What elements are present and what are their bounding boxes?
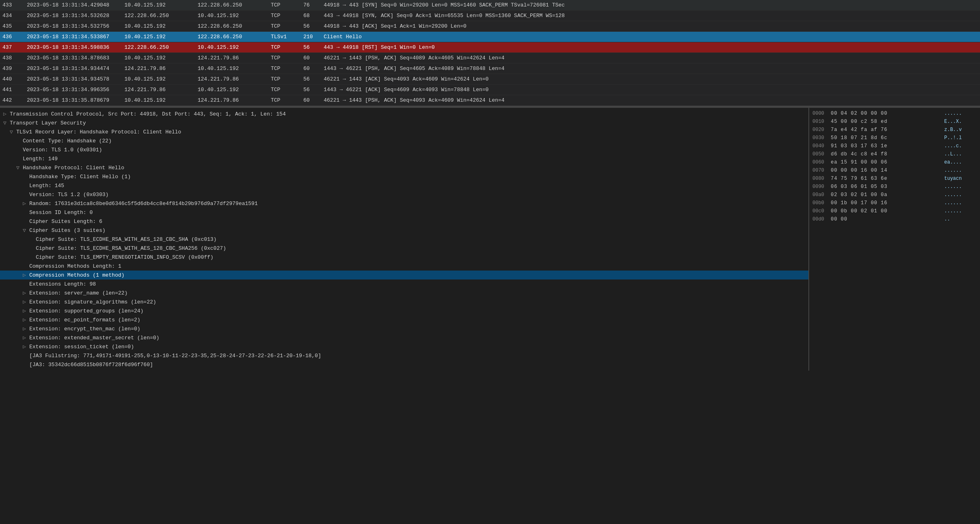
packet-row[interactable]: 440 2023-05-18 13:31:34.934578 10.40.125… — [0, 74, 980, 85]
hex-bytes: 91 03 03 17 63 1e — [831, 143, 941, 149]
detail-row[interactable]: ▷Extension: session_ticket (len=0) — [0, 342, 808, 351]
detail-row[interactable]: Version: TLS 1.2 (0x0303) — [0, 190, 808, 199]
hex-ascii: ...... — [944, 168, 977, 173]
detail-row[interactable]: Extensions Length: 98 — [0, 279, 808, 288]
expand-icon[interactable]: ▽ — [16, 164, 23, 171]
packet-row[interactable]: 442 2023-05-18 13:31:35.878679 10.40.125… — [0, 95, 980, 106]
packet-row[interactable]: 441 2023-05-18 13:31:34.996356 124.221.7… — [0, 85, 980, 95]
detail-text: Extension: supported_groups (len=24) — [29, 308, 144, 314]
packet-row[interactable]: 438 2023-05-18 13:31:34.878683 10.40.125… — [0, 53, 980, 63]
hex-ascii: ea.... — [944, 159, 977, 165]
detail-text: Length: 149 — [23, 156, 58, 162]
hex-bytes: 7a e4 42 fa af 76 — [831, 127, 941, 133]
hex-offset: 0040 — [812, 143, 831, 149]
packet-dst: 10.40.125.192 — [198, 44, 271, 50]
packet-time: 2023-05-18 13:31:34.878683 — [27, 55, 124, 61]
packet-src: 122.228.66.250 — [124, 44, 198, 50]
packet-proto: TCP — [271, 55, 303, 61]
packet-proto: TCP — [271, 87, 303, 93]
hex-ascii: ...... — [944, 192, 977, 198]
expand-icon[interactable]: ▷ — [3, 111, 10, 117]
packet-len: 56 — [303, 87, 324, 93]
detail-text: Cipher Suite: TLS_ECDHE_RSA_WITH_AES_128… — [36, 245, 226, 251]
packet-time: 2023-05-18 13:31:34.598836 — [27, 44, 124, 50]
packet-row[interactable]: 435 2023-05-18 13:31:34.532756 10.40.125… — [0, 21, 980, 32]
hex-row: 0050 d6 db 4c c8 e4 f8 ..L... — [812, 150, 977, 158]
detail-row[interactable]: Content Type: Handshake (22) — [0, 136, 808, 145]
packet-len: 60 — [303, 97, 324, 103]
packet-proto: TLSv1 — [271, 34, 303, 40]
detail-row[interactable]: ▽Cipher Suites (3 suites) — [0, 226, 808, 235]
detail-text: Extension: extended_master_secret (len=0… — [29, 335, 159, 341]
expand-icon[interactable]: ▷ — [23, 272, 29, 278]
packet-row[interactable]: 439 2023-05-18 13:31:34.934474 124.221.7… — [0, 63, 980, 74]
expand-icon[interactable]: ▷ — [23, 308, 29, 314]
expand-icon[interactable]: ▷ — [23, 343, 29, 350]
detail-row[interactable]: Compression Methods Length: 1 — [0, 262, 808, 271]
detail-row[interactable]: [JA3 Fullstring: 771,49171-49191-255,0-1… — [0, 351, 808, 360]
packet-info: 46221 → 1443 [PSH, ACK] Seq=4093 Ack=460… — [324, 97, 978, 103]
detail-row[interactable]: [JA3: 35342dc66d8515b0876f728f6d96f760] — [0, 360, 808, 369]
expand-icon[interactable]: ▷ — [23, 299, 29, 305]
detail-row[interactable]: Cipher Suite: TLS_ECDHE_RSA_WITH_AES_128… — [0, 235, 808, 244]
detail-text: Extension: signature_algorithms (len=22) — [29, 299, 156, 305]
detail-row[interactable]: ▽Handshake Protocol: Client Hello — [0, 163, 808, 172]
expand-icon[interactable]: ▷ — [23, 317, 29, 323]
expand-icon[interactable]: ▷ — [23, 325, 29, 332]
expand-icon[interactable]: ▷ — [23, 200, 29, 207]
hex-panel: 0000 00 04 02 00 00 00 ...... 0010 45 00… — [809, 108, 980, 371]
detail-row[interactable]: ▷Extension: ec_point_formats (len=2) — [0, 315, 808, 324]
packet-time: 2023-05-18 13:31:34.533867 — [27, 34, 124, 40]
packet-list: 433 2023-05-18 13:31:34.429048 10.40.125… — [0, 0, 980, 106]
detail-text: Transmission Control Protocol, Src Port:… — [10, 111, 286, 117]
expand-icon[interactable]: ▷ — [23, 290, 29, 296]
packet-no: 437 — [2, 44, 27, 50]
packet-row[interactable]: 433 2023-05-18 13:31:34.429048 10.40.125… — [0, 0, 980, 11]
detail-row[interactable]: ▷Compression Methods (1 method) — [0, 271, 808, 279]
packet-row[interactable]: 434 2023-05-18 13:31:34.532628 122.228.6… — [0, 11, 980, 21]
expand-icon[interactable]: ▽ — [10, 129, 16, 135]
detail-row[interactable]: ▷Extension: encrypt_then_mac (len=0) — [0, 324, 808, 333]
expand-icon[interactable]: ▽ — [3, 120, 10, 126]
detail-row[interactable]: ▽Transport Layer Security — [0, 118, 808, 127]
hex-row: 0070 00 00 00 16 00 14 ...... — [812, 166, 977, 175]
detail-text: [JA3 Fullstring: 771,49171-49191-255,0-1… — [29, 353, 321, 359]
detail-row[interactable]: Cipher Suite: TLS_EMPTY_RENEGOTIATION_IN… — [0, 253, 808, 262]
detail-row[interactable]: Handshake Type: Client Hello (1) — [0, 172, 808, 181]
packet-row[interactable]: 437 2023-05-18 13:31:34.598836 122.228.6… — [0, 42, 980, 53]
packet-time: 2023-05-18 13:31:34.532628 — [27, 13, 124, 19]
detail-row[interactable]: ▷Extension: server_name (len=22) — [0, 288, 808, 297]
packet-time: 2023-05-18 13:31:34.532756 — [27, 23, 124, 29]
packet-len: 60 — [303, 55, 324, 61]
detail-row[interactable]: Length: 149 — [0, 154, 808, 163]
hex-row: 00d0 00 00 .. — [812, 215, 977, 223]
detail-row[interactable]: Cipher Suites Length: 6 — [0, 217, 808, 226]
detail-row[interactable]: Session ID Length: 0 — [0, 208, 808, 217]
packet-time: 2023-05-18 13:31:34.934578 — [27, 76, 124, 82]
detail-text: Version: TLS 1.2 (0x0303) — [29, 192, 109, 198]
detail-row[interactable]: ▷Transmission Control Protocol, Src Port… — [0, 109, 808, 118]
packet-info: 46221 → 1443 [PSH, ACK] Seq=4089 Ack=460… — [324, 55, 978, 61]
hex-ascii: ...... — [944, 111, 977, 116]
packet-info: 443 → 44918 [RST] Seq=1 Win=0 Len=0 — [324, 44, 978, 50]
detail-text: Cipher Suites Length: 6 — [29, 218, 102, 225]
packet-src: 10.40.125.192 — [124, 76, 198, 82]
detail-row[interactable]: ▷Extension: signature_algorithms (len=22… — [0, 297, 808, 306]
expand-icon[interactable]: ▷ — [23, 334, 29, 341]
packet-row[interactable]: 436 2023-05-18 13:31:34.533867 10.40.125… — [0, 32, 980, 42]
expand-icon[interactable]: ▽ — [23, 227, 29, 234]
detail-row[interactable]: ▷Extension: supported_groups (len=24) — [0, 306, 808, 315]
detail-row[interactable]: ▽TLSv1 Record Layer: Handshake Protocol:… — [0, 127, 808, 136]
detail-text: Extension: ec_point_formats (len=2) — [29, 317, 140, 323]
packet-src: 10.40.125.192 — [124, 97, 198, 103]
detail-row[interactable]: Version: TLS 1.0 (0x0301) — [0, 145, 808, 154]
hex-offset: 0020 — [812, 127, 831, 133]
detail-row[interactable]: ▷Random: 17631e3d1ca8c8be0d6346c5f5d6db4… — [0, 199, 808, 208]
packet-proto: TCP — [271, 2, 303, 8]
packet-time: 2023-05-18 13:31:35.878679 — [27, 97, 124, 103]
detail-row[interactable]: Cipher Suite: TLS_ECDHE_RSA_WITH_AES_128… — [0, 244, 808, 253]
packet-dst: 122.228.66.250 — [198, 23, 271, 29]
packet-dst: 10.40.125.192 — [198, 87, 271, 93]
detail-row[interactable]: Length: 145 — [0, 181, 808, 190]
detail-row[interactable]: ▷Extension: extended_master_secret (len=… — [0, 333, 808, 342]
